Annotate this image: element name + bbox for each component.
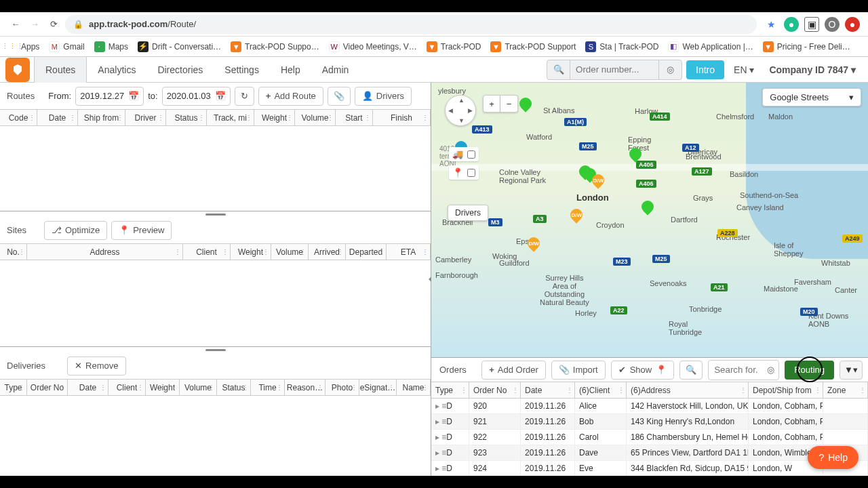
map-type-select[interactable]: Google Streets▾: [762, 88, 861, 106]
bookmark-item[interactable]: ▼Track-POD Support: [490, 41, 576, 52]
import-button[interactable]: 📎Import: [551, 361, 606, 380]
refresh-button[interactable]: ↻: [235, 87, 254, 106]
col-date[interactable]: Date: [521, 382, 575, 398]
col-status[interactable]: Status: [166, 110, 207, 125]
nav-help[interactable]: Help: [270, 57, 311, 83]
col-status[interactable]: Status: [217, 380, 251, 395]
forward-icon[interactable]: →: [27, 17, 42, 32]
attach-button[interactable]: 📎: [328, 87, 351, 106]
to-date-input[interactable]: 2020.01.03📅: [162, 87, 231, 106]
company-menu[interactable]: Company ID 7847 ▾: [764, 64, 861, 75]
col-name[interactable]: Name: [397, 380, 431, 395]
star-icon[interactable]: ★: [764, 17, 778, 32]
map-drivers-chip[interactable]: Drivers: [448, 205, 488, 221]
intro-button[interactable]: Intro: [686, 60, 724, 79]
col-photo[interactable]: Photo: [326, 380, 359, 395]
routing-button[interactable]: Routing: [785, 361, 834, 380]
order-search[interactable]: 🔍 ◎: [547, 60, 682, 80]
bookmark-item[interactable]: WVideo Meetings, V…: [329, 41, 417, 52]
resize-handle[interactable]: [0, 211, 431, 217]
col-client[interactable]: Client: [108, 380, 146, 395]
extension-icon[interactable]: ●: [845, 17, 860, 32]
nav-routes[interactable]: Routes: [34, 57, 87, 83]
zoom-out-button[interactable]: −: [500, 95, 518, 113]
target-icon[interactable]: ◎: [658, 60, 682, 79]
col-arrived[interactable]: Arrived: [309, 244, 346, 260]
bookmark-item[interactable]: SSta | Track-POD: [585, 41, 658, 52]
bookmark-item[interactable]: ⚡Drift - Conversati…: [138, 41, 221, 52]
col-volume[interactable]: Volume: [271, 244, 309, 260]
extension-icon[interactable]: ▣: [804, 17, 819, 32]
table-row[interactable]: ▸ ≡ D9242019.11.26Eve344 Blackfen Rd, Si…: [431, 461, 868, 476]
col-type[interactable]: Type: [431, 382, 469, 398]
col-date[interactable]: Date: [37, 110, 78, 125]
map[interactable]: London ylesbury St Albans Watford Harlow…: [431, 83, 868, 358]
col-eta[interactable]: ETA: [387, 244, 431, 260]
order-search-input[interactable]: [570, 64, 658, 75]
bookmark-item[interactable]: ▼Track-POD Suppo…: [231, 41, 319, 52]
table-row[interactable]: ▸ ≡ D9212019.11.26Bob143 King Henry's Rd…: [431, 414, 868, 430]
bookmark-item[interactable]: ▼Pricing - Free Deli…: [763, 41, 850, 52]
col-client[interactable]: Client: [183, 244, 231, 260]
col-orderno[interactable]: Order No: [27, 380, 68, 395]
col-depot[interactable]: Depot/Ship from: [749, 382, 823, 398]
col-time[interactable]: Time: [251, 380, 285, 395]
bookmark-item[interactable]: ▼Track-POD: [427, 41, 481, 52]
add-order-button[interactable]: +Add Order: [481, 361, 546, 380]
col-departed[interactable]: Departed: [346, 244, 387, 260]
layer-vehicles[interactable]: 🚚: [449, 147, 479, 161]
nav-analytics[interactable]: Analytics: [87, 57, 146, 83]
col-reason[interactable]: Reason…: [285, 380, 326, 395]
col-weight[interactable]: Weight: [146, 380, 180, 395]
add-route-button[interactable]: +Add Route: [258, 87, 323, 106]
from-date-input[interactable]: 2019.12.27📅: [75, 87, 144, 106]
remove-button[interactable]: ✕Remove: [67, 357, 125, 375]
col-finish[interactable]: Finish: [373, 110, 431, 125]
col-orderno[interactable]: Order No: [469, 382, 521, 398]
layer-stops[interactable]: 📍: [449, 165, 479, 180]
nav-directories[interactable]: Directories: [146, 57, 214, 83]
logo[interactable]: [5, 58, 30, 82]
bookmark-apps[interactable]: ⋮⋮⋮Apps: [7, 41, 39, 52]
col-volume[interactable]: Volume: [180, 380, 217, 395]
orders-search-input[interactable]: [709, 365, 763, 375]
table-row[interactable]: ▸ ≡ D9222019.11.26Carol186 Chambersbury …: [431, 430, 868, 445]
col-weight[interactable]: Weight: [254, 110, 295, 125]
extension-icon[interactable]: ●: [784, 17, 799, 32]
nav-admin[interactable]: Admin: [311, 57, 360, 83]
bookmark-item[interactable]: ◧Web Application |…: [668, 41, 753, 52]
col-code[interactable]: Code: [0, 110, 37, 125]
col-driver[interactable]: Driver: [125, 110, 166, 125]
filter-button[interactable]: ▼▾: [840, 361, 863, 380]
col-weight[interactable]: Weight: [231, 244, 271, 260]
drivers-button[interactable]: 👤Drivers: [355, 87, 412, 106]
bookmark-item[interactable]: MGmail: [49, 41, 84, 52]
col-no[interactable]: No.: [0, 244, 27, 260]
col-start[interactable]: Start: [336, 110, 373, 125]
col-shipfrom[interactable]: Ship from: [78, 110, 125, 125]
col-volume[interactable]: Volume: [295, 110, 336, 125]
col-type[interactable]: Type: [0, 380, 27, 395]
avatar-icon[interactable]: O: [825, 17, 840, 32]
col-address[interactable]: (6)Address: [627, 382, 749, 398]
nav-settings[interactable]: Settings: [214, 57, 270, 83]
col-zone[interactable]: Zone: [823, 382, 868, 398]
col-address[interactable]: Address: [27, 244, 183, 260]
orders-search[interactable]: ◎: [708, 360, 779, 380]
address-bar[interactable]: 🔒 app.track-pod.com/Route/: [65, 15, 757, 34]
back-icon[interactable]: ←: [8, 17, 23, 32]
table-row[interactable]: ▸ ≡ D9202019.11.26Alice142 Haverstock Hi…: [431, 399, 868, 414]
map-pan-control[interactable]: ▲ ▼ ◀ ▶: [445, 95, 476, 126]
reload-icon[interactable]: ⟳: [46, 17, 61, 32]
show-toggle[interactable]: ✔Show📍: [611, 361, 675, 380]
col-date[interactable]: Date: [68, 380, 108, 395]
preview-button[interactable]: 📍Preview: [111, 221, 172, 240]
help-button[interactable]: ?Help: [808, 446, 859, 469]
zoom-in-button[interactable]: +: [483, 95, 500, 113]
target-icon[interactable]: ◎: [763, 365, 778, 375]
col-track[interactable]: Track, mi: [207, 110, 254, 125]
optimize-button[interactable]: ⎇Optimize: [44, 221, 107, 240]
search-icon[interactable]: 🔍: [547, 60, 570, 79]
table-row[interactable]: ▸ ≡ D9232019.11.26Dave65 Princes View, D…: [431, 445, 868, 461]
language-select[interactable]: EN ▾: [728, 64, 760, 75]
